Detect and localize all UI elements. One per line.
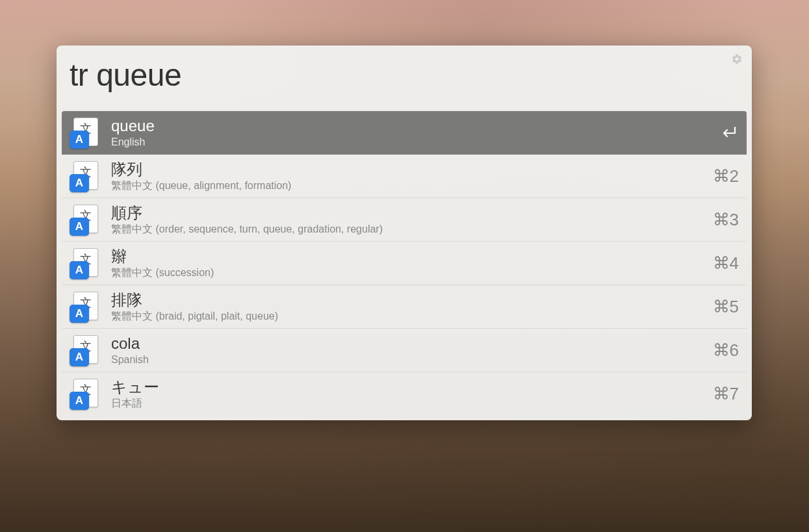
launcher-window: AqueueEnglishA隊列繁體中文 (queue, alignment, …	[57, 45, 752, 420]
result-row[interactable]: A辮繁體中文 (succession)⌘4	[62, 242, 747, 285]
result-title: 辮	[111, 247, 705, 266]
result-subtitle: 日本語	[111, 397, 705, 409]
result-row[interactable]: AcolaSpanish⌘6	[62, 329, 747, 372]
result-row[interactable]: Aキュー日本語⌘7	[62, 372, 747, 415]
shortcut-label: ⌘2	[713, 166, 739, 186]
result-text: colaSpanish	[111, 335, 705, 366]
translate-icon: A	[70, 377, 102, 410]
translate-icon: A	[70, 160, 102, 192]
shortcut-label: ⌘4	[713, 253, 739, 273]
result-title: queue	[111, 117, 712, 135]
search-area	[57, 45, 752, 111]
translate-icon: A	[70, 334, 102, 366]
result-row[interactable]: A隊列繁體中文 (queue, alignment, formation)⌘2	[62, 155, 747, 198]
result-text: キュー日本語	[111, 378, 705, 409]
result-text: 排隊繁體中文 (braid, pigtail, plait, queue)	[111, 291, 705, 322]
gear-icon[interactable]	[731, 53, 743, 65]
translate-icon: A	[70, 116, 102, 149]
shortcut-label: ⌘6	[713, 340, 739, 361]
result-text: 辮繁體中文 (succession)	[111, 247, 705, 279]
translate-icon: A	[70, 290, 102, 323]
result-subtitle: English	[111, 136, 712, 148]
enter-key-icon	[719, 125, 739, 140]
result-row[interactable]: A排隊繁體中文 (braid, pigtail, plait, queue)⌘5	[62, 285, 747, 329]
results-list: AqueueEnglishA隊列繁體中文 (queue, alignment, …	[57, 111, 752, 415]
result-title: cola	[111, 335, 705, 353]
shortcut-label: ⌘3	[713, 210, 739, 230]
search-input[interactable]	[70, 57, 739, 93]
result-text: 順序繁體中文 (order, sequence, turn, queue, gr…	[111, 204, 705, 235]
result-title: 順序	[111, 204, 705, 222]
translate-icon: A	[70, 203, 102, 236]
shortcut-label: ⌘5	[713, 297, 739, 317]
result-title: 隊列	[111, 160, 705, 179]
result-row[interactable]: AqueueEnglish	[62, 111, 747, 155]
result-subtitle: 繁體中文 (queue, alignment, formation)	[111, 179, 705, 192]
result-subtitle: 繁體中文 (order, sequence, turn, queue, grad…	[111, 223, 705, 235]
result-title: 排隊	[111, 291, 705, 309]
translate-icon: A	[70, 247, 102, 279]
result-text: queueEnglish	[111, 117, 712, 148]
result-row[interactable]: A順序繁體中文 (order, sequence, turn, queue, g…	[62, 198, 747, 242]
result-subtitle: Spanish	[111, 353, 705, 366]
result-title: キュー	[111, 378, 705, 396]
result-subtitle: 繁體中文 (succession)	[111, 266, 705, 279]
shortcut-label: ⌘7	[713, 384, 739, 404]
result-text: 隊列繁體中文 (queue, alignment, formation)	[111, 160, 705, 192]
result-subtitle: 繁體中文 (braid, pigtail, plait, queue)	[111, 310, 705, 322]
